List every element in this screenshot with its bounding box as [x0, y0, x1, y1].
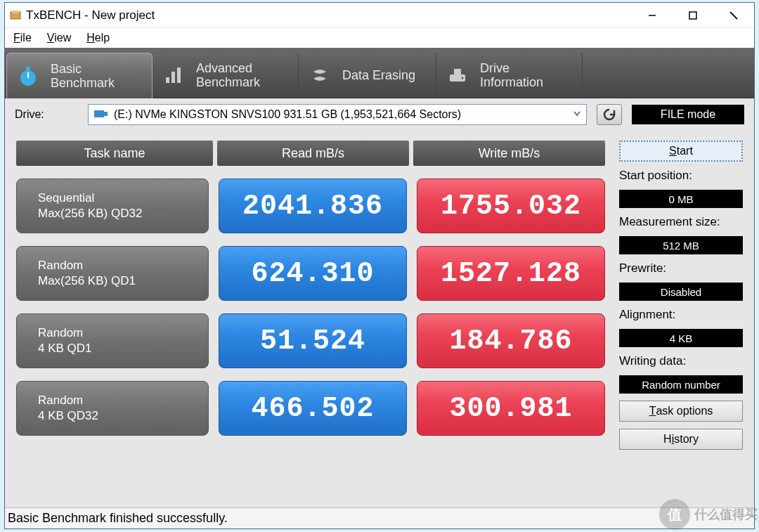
task-button[interactable]: RandomMax(256 KB) QD1	[16, 246, 209, 301]
drive-icon	[445, 63, 470, 88]
svg-line-5	[730, 12, 737, 19]
results-table: Task name Read mB/s Write mB/s Sequentia…	[16, 141, 605, 507]
app-window: TxBENCH - New project File View Help Bas…	[4, 2, 755, 529]
tab-basic-benchmark[interactable]: BasicBenchmark	[6, 53, 153, 98]
write-value: 300.981	[417, 381, 605, 436]
result-row: SequentialMax(256 KB) QD32 2041.836 1755…	[16, 179, 605, 233]
read-value: 466.502	[219, 381, 407, 436]
write-value: 1527.128	[417, 246, 605, 301]
task-button[interactable]: Random4 KB QD32	[16, 381, 209, 436]
svg-rect-10	[171, 72, 175, 83]
task-button[interactable]: SequentialMax(256 KB) QD32	[16, 179, 209, 233]
write-value: 184.786	[417, 313, 605, 368]
app-icon	[9, 9, 22, 22]
history-button[interactable]: History	[619, 429, 743, 450]
drive-row: Drive: (E:) NVMe KINGSTON SNVS100 931.51…	[5, 98, 754, 129]
read-value: 624.310	[219, 246, 407, 301]
side-panel: Start Start position: 0 MB Measurement s…	[619, 141, 743, 507]
alignment-label: Alignment:	[619, 308, 743, 322]
window-title: TxBENCH - New project	[26, 8, 632, 22]
close-button[interactable]	[713, 3, 754, 27]
header-read: Read mB/s	[217, 141, 409, 166]
menu-file[interactable]: File	[13, 32, 32, 44]
tab-label: AdvancedBenchmark	[196, 61, 260, 89]
menu-help[interactable]: Help	[86, 32, 110, 44]
tab-data-erasing[interactable]: Data Erasing	[299, 52, 436, 98]
drive-label: Drive:	[15, 108, 78, 121]
svg-rect-13	[454, 69, 461, 74]
status-text: Basic Benchmark finished successfully.	[8, 511, 228, 526]
tab-label: DriveInformation	[480, 61, 543, 89]
chevron-down-icon	[572, 108, 582, 121]
measurement-size-label: Measurement size:	[619, 215, 743, 229]
tab-advanced-benchmark[interactable]: AdvancedBenchmark	[153, 52, 299, 98]
header-write: Write mB/s	[413, 141, 605, 166]
start-position-value[interactable]: 0 MB	[619, 190, 743, 208]
svg-rect-16	[104, 112, 108, 116]
stopwatch-icon	[15, 63, 41, 89]
main-area: Task name Read mB/s Write mB/s Sequentia…	[5, 129, 754, 507]
svg-rect-3	[689, 12, 696, 19]
result-row: Random4 KB QD32 466.502 300.981	[16, 381, 605, 436]
tab-label: BasicBenchmark	[51, 62, 115, 90]
tabbar: BasicBenchmark AdvancedBenchmark Data Er…	[5, 48, 754, 98]
menu-view[interactable]: View	[47, 32, 71, 44]
read-value: 51.524	[219, 313, 407, 368]
file-mode-button[interactable]: FILE mode	[632, 105, 744, 124]
read-value: 2041.836	[219, 179, 407, 233]
write-value: 1755.032	[417, 179, 605, 233]
start-position-label: Start position:	[619, 169, 743, 183]
svg-rect-9	[166, 77, 169, 83]
bars-icon	[161, 63, 186, 88]
task-options-button[interactable]: Task options	[619, 401, 743, 422]
svg-point-14	[462, 77, 464, 79]
titlebar: TxBENCH - New project	[5, 3, 754, 28]
start-button[interactable]: Start	[619, 141, 743, 162]
writing-data-label: Writing data:	[619, 354, 743, 368]
svg-rect-11	[177, 67, 181, 83]
prewrite-label: Prewrite:	[619, 261, 743, 275]
svg-rect-7	[26, 67, 30, 70]
refresh-button[interactable]	[597, 104, 622, 125]
status-bar: Basic Benchmark finished successfully.	[5, 507, 754, 528]
disk-icon	[93, 108, 108, 122]
svg-rect-1	[12, 11, 19, 13]
tab-label: Data Erasing	[342, 68, 415, 82]
alignment-value[interactable]: 4 KB	[619, 329, 743, 347]
menubar: File View Help	[5, 28, 754, 48]
result-row: Random4 KB QD1 51.524 184.786	[16, 313, 605, 368]
erase-icon	[307, 63, 332, 88]
prewrite-value[interactable]: Disabled	[619, 283, 743, 301]
minimize-button[interactable]	[632, 3, 673, 27]
tab-drive-information[interactable]: DriveInformation	[436, 52, 583, 98]
result-row: RandomMax(256 KB) QD1 624.310 1527.128	[16, 246, 605, 301]
maximize-button[interactable]	[673, 3, 713, 27]
header-task: Task name	[16, 141, 213, 166]
measurement-size-value[interactable]: 512 MB	[619, 236, 743, 254]
task-button[interactable]: Random4 KB QD1	[16, 313, 209, 368]
svg-rect-15	[94, 110, 104, 117]
writing-data-value[interactable]: Random number	[619, 375, 743, 394]
drive-select[interactable]: (E:) NVMe KINGSTON SNVS100 931.51 GB (1,…	[88, 104, 587, 125]
drive-value: (E:) NVMe KINGSTON SNVS100 931.51 GB (1,…	[114, 108, 461, 121]
